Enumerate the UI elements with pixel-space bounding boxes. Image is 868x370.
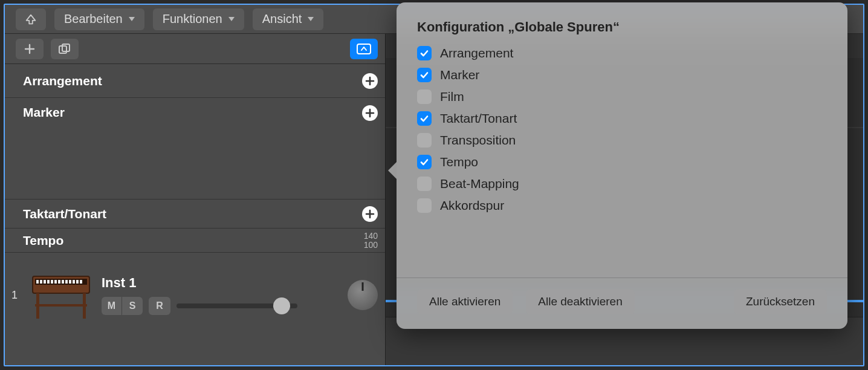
svg-rect-13 <box>65 280 68 284</box>
svg-rect-8 <box>47 280 50 284</box>
tempo-label: Tempo <box>23 233 63 248</box>
global-track-signature[interactable]: Taktart/Tonart <box>5 200 385 229</box>
arrow-up-icon <box>24 13 37 26</box>
tempo-low: 100 <box>364 241 378 250</box>
edit-menu-label: Bearbeiten <box>64 12 123 26</box>
tempo-range: 140 100 <box>364 232 378 250</box>
global-track-marker[interactable]: Marker <box>5 98 385 200</box>
plus-icon <box>365 209 375 219</box>
popover-item: Tempo <box>417 155 827 169</box>
disable-all-button[interactable]: Alle deaktivieren <box>526 289 634 314</box>
popover-item: Marker <box>417 68 827 82</box>
popover-item: Transposition <box>417 133 827 148</box>
solo-button[interactable]: S <box>122 297 143 315</box>
instrument-icon <box>28 262 94 328</box>
checkbox[interactable] <box>417 68 432 82</box>
functions-menu-label: Funktionen <box>163 12 222 26</box>
tempo-high: 140 <box>364 232 378 241</box>
signature-label: Taktart/Tonart <box>23 207 106 221</box>
checkbox[interactable] <box>417 177 432 191</box>
chevron-down-icon <box>228 17 235 21</box>
mute-button[interactable]: M <box>102 297 122 315</box>
svg-rect-17 <box>80 280 82 284</box>
svg-rect-11 <box>58 280 60 284</box>
plus-icon <box>24 43 36 55</box>
add-track-button[interactable] <box>16 39 44 59</box>
global-tracks-popover: Konfiguration „Globale Spuren“ Arrangeme… <box>397 2 847 329</box>
record-enable-button[interactable]: R <box>149 297 170 315</box>
checkbox[interactable] <box>417 111 432 126</box>
svg-rect-12 <box>62 280 64 284</box>
popover-item: Film <box>417 89 827 104</box>
svg-rect-9 <box>51 280 53 284</box>
checkbox-label: Marker <box>440 68 479 82</box>
checkbox[interactable] <box>417 89 432 104</box>
global-track-arrangement[interactable]: Arrangement <box>5 64 385 98</box>
track-toolbar <box>5 34 385 64</box>
view-menu-label: Ansicht <box>262 12 302 26</box>
popover-item: Beat-Mapping <box>417 177 827 191</box>
svg-rect-10 <box>54 280 57 284</box>
plus-icon <box>365 76 375 86</box>
track-name[interactable]: Inst 1 <box>102 275 340 291</box>
checkbox-label: Tempo <box>440 155 478 169</box>
add-marker-button[interactable] <box>362 105 378 121</box>
enable-all-button[interactable]: Alle aktivieren <box>417 289 513 314</box>
svg-rect-4 <box>35 279 87 285</box>
plus-icon <box>365 108 375 118</box>
svg-rect-7 <box>44 280 46 284</box>
edit-menu[interactable]: Bearbeiten <box>54 8 144 30</box>
checkbox-label: Arrangement <box>440 46 513 60</box>
global-track-tempo[interactable]: Tempo 140 100 <box>5 229 385 253</box>
reset-button[interactable]: Zurücksetzen <box>734 289 827 314</box>
checkbox[interactable] <box>417 198 432 213</box>
add-signature-button[interactable] <box>362 206 378 222</box>
svg-rect-14 <box>69 280 71 284</box>
checkbox[interactable] <box>417 155 432 169</box>
popover-item: Akkordspur <box>417 198 827 213</box>
volume-slider[interactable] <box>177 303 297 308</box>
duplicate-track-button[interactable] <box>51 39 79 59</box>
view-menu[interactable]: Ansicht <box>253 8 324 30</box>
duplicate-icon <box>58 43 71 55</box>
checkbox-label: Transposition <box>440 133 516 148</box>
checkbox[interactable] <box>417 133 432 148</box>
arrangement-label: Arrangement <box>23 74 102 88</box>
checkbox-label: Akkordspur <box>440 198 504 213</box>
svg-rect-15 <box>73 280 75 284</box>
divider <box>397 278 847 278</box>
volume-thumb[interactable] <box>273 297 290 314</box>
track-number: 1 <box>8 289 21 302</box>
svg-rect-6 <box>40 280 42 284</box>
add-arrangement-button[interactable] <box>362 73 378 89</box>
back-up-button[interactable] <box>16 8 46 30</box>
marker-label: Marker <box>23 105 65 120</box>
checkbox-label: Film <box>440 89 464 104</box>
popover-list: ArrangementMarkerFilmTaktart/TonartTrans… <box>417 46 827 267</box>
svg-rect-16 <box>76 280 79 284</box>
popover-title: Konfiguration „Globale Spuren“ <box>417 19 827 35</box>
pan-knob[interactable] <box>348 280 378 310</box>
track-row[interactable]: 1 Inst 1 M <box>5 253 385 337</box>
svg-rect-20 <box>35 304 87 307</box>
popover-item: Taktart/Tonart <box>417 111 827 126</box>
checkbox[interactable] <box>417 46 432 60</box>
collapse-icon <box>357 44 371 54</box>
svg-rect-5 <box>36 280 39 284</box>
popover-item: Arrangement <box>417 46 827 60</box>
functions-menu[interactable]: Funktionen <box>153 8 244 30</box>
checkbox-label: Beat-Mapping <box>440 177 519 191</box>
svg-rect-2 <box>357 44 371 54</box>
chevron-down-icon <box>308 17 314 21</box>
track-header-column: Arrangement Marker Taktart/Tonart Tempo <box>5 34 386 365</box>
checkbox-label: Taktart/Tonart <box>440 111 517 126</box>
global-tracks-toggle[interactable] <box>350 39 378 59</box>
chevron-down-icon <box>129 17 135 21</box>
